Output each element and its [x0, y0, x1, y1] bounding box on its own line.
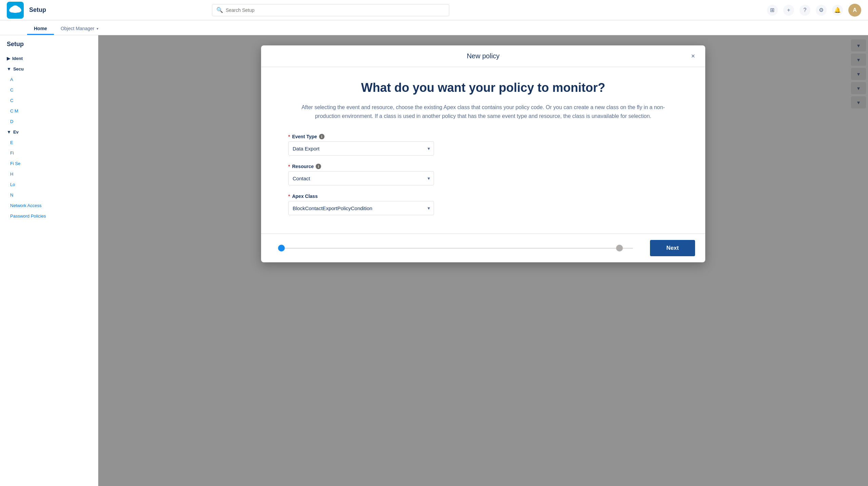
sidebar-item-fi[interactable]: Fi	[0, 148, 98, 158]
event-type-label-text: Event Type	[292, 134, 317, 139]
tab-object-manager-chevron: ▾	[97, 27, 98, 31]
modal-description: After selecting the event and resource, …	[297, 103, 670, 120]
resource-select-wrapper: Contact	[288, 171, 434, 185]
search-icon: 🔍	[216, 7, 223, 13]
sidebar-item-e[interactable]: E	[0, 137, 98, 148]
gear-icon[interactable]: ⚙	[816, 5, 827, 16]
resource-field: * Resource i Contact	[288, 164, 434, 185]
sidebar-item-d[interactable]: D	[0, 116, 98, 127]
grid-icon[interactable]: ⊞	[767, 5, 778, 16]
modal-header: New policy ×	[261, 45, 705, 67]
apex-class-label: * Apex Class	[288, 194, 434, 199]
progress-step-1-dot	[278, 245, 285, 251]
modal-footer: Next	[261, 234, 705, 262]
sidebar-item-cm[interactable]: C M	[0, 106, 98, 116]
chevron-right-icon: ▶	[7, 56, 10, 61]
modal-heading: What do you want your policy to monitor?	[288, 81, 678, 95]
sidebar-item-c1[interactable]: C	[0, 85, 98, 95]
search-placeholder: Search Setup	[226, 7, 255, 13]
apex-class-select[interactable]: BlockContactExportPolicyCondition	[288, 201, 434, 215]
logo-icon	[9, 4, 21, 16]
sidebar-item-fise[interactable]: Fi Se	[0, 158, 98, 169]
resource-label-text: Resource	[292, 164, 314, 169]
sidebar-item-h[interactable]: H	[0, 169, 98, 179]
chevron-down-icon: ▼	[7, 66, 11, 72]
search-bar[interactable]: 🔍 Search Setup	[212, 4, 449, 16]
resource-value: Contact	[293, 176, 310, 181]
apex-class-value: BlockContactExportPolicyCondition	[293, 205, 372, 211]
apex-class-select-wrapper: BlockContactExportPolicyCondition	[288, 201, 434, 215]
top-navigation: Setup 🔍 Search Setup ⊞ + ? ⚙ 🔔 A	[0, 0, 868, 20]
modal-title: New policy	[467, 52, 500, 60]
event-type-info-icon[interactable]: i	[319, 134, 324, 139]
sidebar-e-label: Ev	[13, 129, 19, 135]
apex-class-required-star: *	[288, 194, 290, 199]
modal-close-button[interactable]: ×	[688, 51, 698, 62]
event-type-required-star: *	[288, 134, 290, 139]
resource-label: * Resource i	[288, 164, 434, 169]
sidebar-item-password-policies[interactable]: Password Policies	[0, 211, 98, 221]
close-icon: ×	[691, 52, 695, 60]
progress-line	[281, 248, 633, 249]
sidebar-security-label: Secu	[13, 66, 24, 72]
question-icon[interactable]: ?	[800, 5, 810, 16]
svg-point-3	[12, 5, 19, 11]
sidebar-section-security[interactable]: ▼ Secu	[0, 64, 98, 74]
event-type-select-wrapper: Data Export	[288, 141, 434, 156]
sidebar-item-n[interactable]: N	[0, 190, 98, 200]
next-button[interactable]: Next	[650, 240, 695, 256]
tab-home-label: Home	[34, 26, 47, 31]
event-type-label: * Event Type i	[288, 134, 434, 139]
progress-step-2-dot	[616, 245, 623, 251]
sidebar-item-lo[interactable]: Lo	[0, 179, 98, 190]
plus-icon[interactable]: +	[783, 5, 794, 16]
resource-info-icon[interactable]: i	[316, 164, 321, 169]
chevron-down-icon-2: ▼	[7, 129, 11, 135]
resource-select[interactable]: Contact	[288, 171, 434, 185]
sidebar-item-c2[interactable]: C	[0, 95, 98, 106]
bell-icon[interactable]: 🔔	[832, 5, 843, 16]
tab-object-manager-label: Object Manager	[61, 26, 95, 31]
avatar[interactable]: A	[848, 4, 861, 17]
app-name: Setup	[29, 6, 46, 14]
sidebar-item-a[interactable]: A	[0, 74, 98, 85]
sidebar-section-e[interactable]: ▼ Ev	[0, 127, 98, 137]
tab-object-manager[interactable]: Object Manager ▾	[54, 23, 105, 35]
main-content: ▾ ▾ ▾ ▾ ▾ New policy × What do you want …	[98, 35, 868, 486]
resource-required-star: *	[288, 164, 290, 169]
sidebar: Setup ▶ Ident ▼ Secu A C C C M D ▼ Ev E …	[0, 35, 98, 486]
sidebar-item-network-access[interactable]: Network Access	[0, 200, 98, 211]
event-type-select[interactable]: Data Export	[288, 141, 434, 156]
sidebar-title: Setup	[0, 35, 98, 53]
tab-bar: Home Object Manager ▾	[0, 20, 868, 35]
apex-class-label-text: Apex Class	[292, 194, 317, 199]
event-type-value: Data Export	[293, 146, 319, 151]
event-type-field: * Event Type i Data Export	[288, 134, 434, 156]
modal-body: What do you want your policy to monitor?…	[261, 67, 705, 234]
salesforce-logo	[7, 2, 24, 19]
sidebar-section-identity[interactable]: ▶ Ident	[0, 53, 98, 64]
sidebar-identity-label: Ident	[12, 56, 23, 61]
tab-home[interactable]: Home	[27, 23, 54, 35]
new-policy-modal: New policy × What do you want your polic…	[261, 45, 705, 262]
apex-class-field: * Apex Class BlockContactExportPolicyCon…	[288, 194, 434, 215]
topnav-right: ⊞ + ? ⚙ 🔔 A	[767, 4, 861, 17]
modal-overlay: New policy × What do you want your polic…	[98, 35, 868, 486]
